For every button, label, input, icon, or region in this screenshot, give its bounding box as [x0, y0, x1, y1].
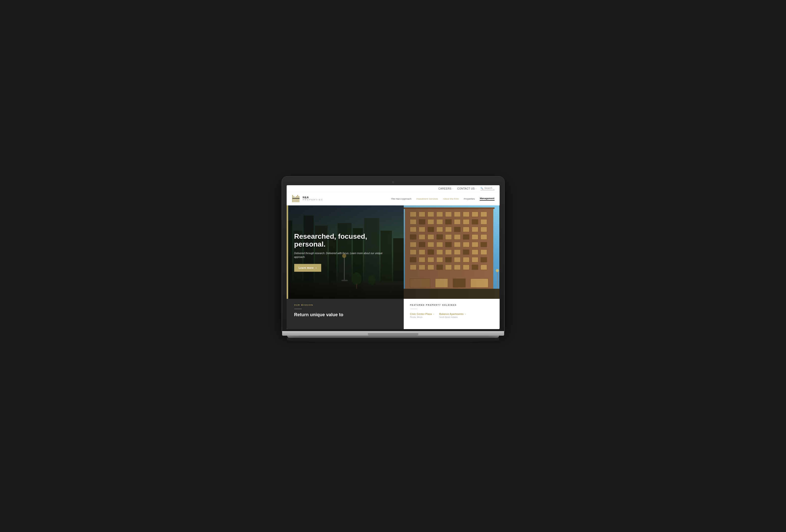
property-2-link[interactable]: Balance Apartments › [439, 313, 466, 316]
site-header: CAREERS › CONTACT US › 🔍 Search _ [287, 185, 500, 205]
property-2-location: South Bend, Indiana [439, 316, 466, 318]
nav-links: The H&A Approach Investment Services Abo… [391, 197, 494, 201]
careers-label: CAREERS [438, 187, 452, 190]
nav-about[interactable]: About the Firm [443, 198, 459, 200]
contact-link[interactable]: CONTACT US › [457, 187, 477, 190]
svg-rect-1 [294, 196, 294, 202]
property-1[interactable]: Civic Center Plaza › Peoria, Illinois [410, 313, 434, 318]
hero-content: Researched, focused, personal. Delivered… [294, 233, 390, 272]
bottom-section: OUR MISSION Return unique value to FEATU… [287, 299, 500, 329]
nav-approach[interactable]: The H&A Approach [391, 198, 411, 200]
mission-label: OUR MISSION [294, 304, 396, 306]
header-top-bar: CAREERS › CONTACT US › 🔍 Search _ [287, 185, 500, 192]
svg-rect-3 [296, 196, 297, 202]
property-2-chevron-icon: › [465, 313, 466, 316]
search-area[interactable]: 🔍 Search _ [481, 187, 494, 190]
featured-properties-list: Civic Center Plaza › Peoria, Illinois Ba… [410, 313, 493, 318]
nav-management[interactable]: Management [480, 197, 494, 201]
careers-chevron-icon: › [453, 187, 453, 190]
website: CAREERS › CONTACT US › 🔍 Search _ [287, 185, 500, 329]
laptop-reflection [287, 338, 499, 343]
logo[interactable]: H&A PROPERTIES [292, 194, 323, 203]
featured-label: FEATURED PROPERTY HOLDINGS [410, 304, 493, 306]
property-2-name: Balance Apartments [439, 313, 464, 316]
search-icon: 🔍 [481, 187, 483, 189]
contact-label: CONTACT US [457, 187, 475, 190]
hero-section: Researched, focused, personal. Delivered… [287, 205, 500, 299]
mission-text: Return unique value to [294, 312, 396, 318]
property-2[interactable]: Balance Apartments › South Bend, Indiana [439, 313, 466, 318]
vertical-gold-bar [287, 205, 288, 299]
careers-link[interactable]: CAREERS › [438, 187, 453, 190]
laptop-foot [287, 336, 499, 338]
laptop-container: CAREERS › CONTACT US › 🔍 Search _ [267, 169, 519, 363]
learn-more-label: Learn more [299, 266, 314, 269]
property-1-name: Civic Center Plaza [410, 313, 432, 316]
contact-chevron-icon: › [476, 187, 477, 190]
property-1-location: Peoria, Illinois [410, 316, 434, 318]
nav-properties[interactable]: Properties [464, 198, 475, 200]
hero-title: Researched, focused, personal. [294, 233, 390, 248]
svg-rect-6 [293, 198, 300, 199]
laptop-screen: CAREERS › CONTACT US › 🔍 Search _ [287, 185, 500, 329]
featured-section: FEATURED PROPERTY HOLDINGS Civic Center … [404, 299, 500, 329]
logo-text: H&A PROPERTIES [303, 196, 323, 201]
svg-rect-2 [295, 197, 296, 202]
learn-more-arrow-icon: › [316, 266, 317, 269]
svg-rect-5 [299, 196, 299, 202]
nav-investment[interactable]: Investment Services [416, 198, 438, 200]
property-1-link[interactable]: Civic Center Plaza › [410, 313, 434, 316]
logo-properties-text: PROPERTIES [303, 199, 323, 201]
featured-divider [410, 309, 418, 309]
main-nav: H&A PROPERTIES The H&A Approach Investme… [287, 192, 500, 205]
mission-divider [294, 309, 302, 309]
search-input[interactable]: Search _ [484, 187, 494, 189]
logo-icon [292, 194, 301, 203]
laptop-camera [392, 181, 394, 183]
hero-subtitle: Delivered through research. Delivered wi… [294, 251, 390, 259]
learn-more-button[interactable]: Learn more › [294, 264, 321, 272]
property-1-chevron-icon: › [433, 313, 434, 316]
laptop-base [282, 331, 504, 336]
mission-section: OUR MISSION Return unique value to [287, 299, 404, 329]
laptop-bezel: CAREERS › CONTACT US › 🔍 Search _ [282, 177, 504, 331]
